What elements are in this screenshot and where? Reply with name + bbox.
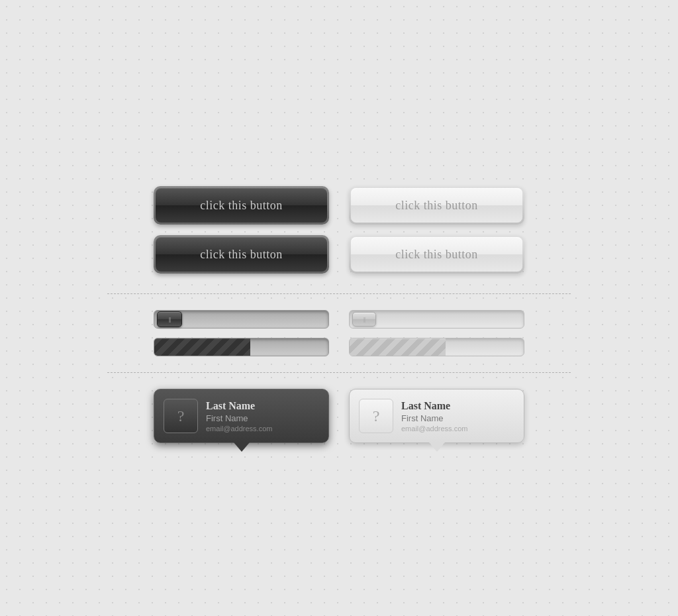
card-light-lastname: Last Name: [401, 400, 467, 412]
avatar-dark: ?: [164, 399, 198, 433]
card-info-light: Last Name First Name email@address.com: [401, 400, 467, 433]
progress-fill-dark: [154, 338, 250, 356]
progress-row: [107, 338, 571, 356]
avatar-light-placeholder: ?: [373, 407, 380, 425]
slider-thumb-light[interactable]: [352, 312, 376, 327]
button-row-1: click this button click this button: [107, 186, 571, 225]
avatar-dark-placeholder: ?: [177, 407, 185, 425]
card-info-dark: Last Name First Name email@address.com: [206, 400, 272, 433]
dark-button-2-wrapper: click this button: [154, 235, 329, 274]
button-row-2: click this button click this button: [107, 235, 571, 274]
slider-thumb-dark[interactable]: [157, 311, 182, 327]
card-light-email: email@address.com: [401, 425, 467, 433]
card-section: ? Last Name First Name email@address.com…: [107, 373, 571, 450]
dark-button-1[interactable]: click this button: [156, 188, 327, 223]
progress-track-dark: [154, 338, 329, 356]
slider-row-1: [107, 310, 571, 329]
slider-track-light[interactable]: [349, 310, 524, 329]
light-button-1-wrapper: click this button: [349, 186, 524, 225]
progress-track-light: [349, 338, 524, 356]
card-dark-email: email@address.com: [206, 425, 272, 433]
contact-card-dark[interactable]: ? Last Name First Name email@address.com: [154, 389, 329, 443]
slider-track-dark[interactable]: [154, 310, 329, 329]
dark-button-1-wrapper: click this button: [154, 186, 329, 225]
contact-card-light[interactable]: ? Last Name First Name email@address.com: [349, 389, 524, 443]
card-light-firstname: First Name: [401, 413, 467, 423]
card-dark-lastname: Last Name: [206, 400, 272, 412]
light-button-2[interactable]: click this button: [351, 237, 522, 272]
card-dark-firstname: First Name: [206, 413, 272, 423]
ui-showcase: click this button click this button clic…: [107, 166, 571, 450]
light-button-1[interactable]: click this button: [351, 188, 522, 223]
slider-section: [107, 294, 571, 372]
dark-button-2[interactable]: click this button: [156, 237, 327, 272]
progress-fill-light: [350, 338, 446, 356]
light-button-2-wrapper: click this button: [349, 235, 524, 274]
avatar-light: ?: [359, 399, 393, 433]
button-section-1: click this button click this button clic…: [107, 166, 571, 293]
